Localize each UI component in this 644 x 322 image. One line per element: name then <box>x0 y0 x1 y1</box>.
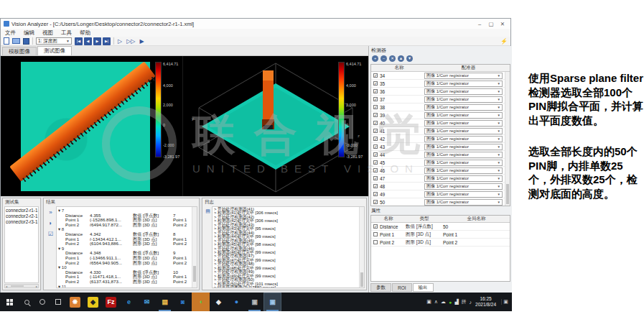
result-group[interactable]: ▾ 9 <box>58 246 192 251</box>
detector-checkbox[interactable]: ✓ <box>373 184 378 188</box>
detector-row[interactable]: ✓46图像 1/Corr registrator▼ <box>371 167 505 175</box>
registrator-dropdown[interactable]: 图像 1/Corr registrator▼ <box>424 167 503 174</box>
menu-item-文件[interactable]: 文件 <box>5 29 16 37</box>
last-image-button[interactable]: ▶| <box>103 37 111 45</box>
detector-row[interactable]: ✓37图像 1/Corr registrator▼ <box>371 96 505 104</box>
tray-expand-icon[interactable]: ∧ <box>434 299 438 305</box>
outlook-app[interactable]: ◙ <box>174 293 192 311</box>
wechat-app[interactable]: ◖ <box>192 293 210 311</box>
result-row[interactable]: Point 2(6104.943,886...图形 [3D 点]Point 2 <box>58 241 192 246</box>
log-scrollbar[interactable] <box>359 207 364 288</box>
registrator-dropdown[interactable]: 图像 1/Corr registrator▼ <box>424 152 503 158</box>
detector-row[interactable]: ✓43图像 1/Corr registrator▼ <box>371 143 505 151</box>
detector-checkbox[interactable]: ✓ <box>373 81 378 86</box>
detector-checkbox[interactable]: ✓ <box>373 89 378 93</box>
detector-checkbox[interactable]: ✓ <box>373 73 378 78</box>
result-row[interactable]: Point 1(-13466.911,1...图形 [3D 点]Point 1 <box>58 255 192 260</box>
menu-item-编辑[interactable]: 编辑 <box>24 29 34 37</box>
run-single-button[interactable]: ▷ <box>117 37 123 45</box>
tab-测试图像[interactable]: 测试图像 <box>37 46 72 55</box>
run-selected-button[interactable]: ▷▷ <box>126 37 136 45</box>
move-down-button[interactable]: ▼ <box>406 55 413 62</box>
first-image-button[interactable]: |◀ <box>75 37 83 45</box>
prev-image-button[interactable]: ◀ <box>84 37 92 45</box>
search-button[interactable] <box>19 293 34 311</box>
file-explorer-app[interactable]: ▤ <box>156 293 174 311</box>
detector-row[interactable]: ✓38图像 1/Corr registrator▼ <box>371 104 505 111</box>
remove-detector-button[interactable]: − <box>381 55 387 62</box>
detector-checkbox[interactable]: ✓ <box>373 137 378 141</box>
detector-row[interactable]: ✓44图像 1/Corr registrator▼ <box>371 151 505 159</box>
detector-checkbox[interactable]: ✓ <box>373 152 378 157</box>
accept-results-button[interactable]: ◗ <box>49 220 52 226</box>
start-button[interactable] <box>0 293 19 311</box>
registrator-dropdown[interactable]: 图像 1/Corr registrator▼ <box>424 120 503 126</box>
registrator-dropdown[interactable]: 图像 1/Corr registrator▼ <box>424 80 503 87</box>
scrollbar-thumb[interactable] <box>11 285 24 287</box>
close-button[interactable]: ✕ <box>498 21 508 27</box>
detector-checkbox[interactable]: ✓ <box>373 105 378 109</box>
remote-desktop-app[interactable]: ▣ <box>246 293 263 311</box>
test-set-item[interactable]: connector2-r3-1 <box>5 218 38 224</box>
run-test-button[interactable]: » <box>49 209 52 216</box>
open-file-icon[interactable] <box>12 38 20 44</box>
tab-模板图像[interactable]: 模板图像 <box>2 47 37 55</box>
detector-row[interactable]: ✓45图像 1/Corr registrator▼ <box>371 159 505 167</box>
menu-item-视图[interactable]: 视图 <box>42 29 53 37</box>
detector-row[interactable]: ✓49图像 1/Corr registrator▼ <box>371 190 505 198</box>
next-image-button[interactable]: ▶ <box>93 37 101 45</box>
detector-checkbox[interactable]: ✓ <box>373 168 378 172</box>
new-file-icon[interactable] <box>4 37 9 45</box>
test-set-item[interactable]: connector2-r1-1⚑ <box>5 207 38 213</box>
cortana-button[interactable] <box>34 293 50 311</box>
action-center-icon[interactable]: ▣ <box>501 299 510 305</box>
save-file-icon[interactable] <box>23 38 29 45</box>
detector-row[interactable]: ✓48图像 1/Corr registrator▼ <box>371 183 505 190</box>
property-checkbox[interactable] <box>373 232 378 236</box>
scrollbar-thumb[interactable] <box>506 184 509 204</box>
edge-browser-app[interactable]: e <box>120 293 138 311</box>
detector-row[interactable]: ✓47图像 1/Corr registrator▼ <box>371 175 505 183</box>
detector-checkbox[interactable]: ✓ <box>373 160 378 165</box>
perspective-viewport[interactable]: y z 6,414.714,0002,0000-2,000-3,281.97 <box>182 56 368 196</box>
scroll-right-arrow[interactable]: ▸ <box>36 285 37 288</box>
registrator-dropdown[interactable]: 图像 1/Corr registrator▼ <box>424 104 503 111</box>
minimize-button[interactable]: – <box>475 21 485 27</box>
menu-item-帮助[interactable]: 帮助 <box>80 29 90 37</box>
result-row[interactable]: Point 2(6564.940,905...图形 [3D 点]Point 2 <box>58 260 192 265</box>
browser-sphere-app[interactable]: ● <box>228 293 246 311</box>
registrator-dropdown[interactable]: 图像 1/Corr registrator▼ <box>424 96 503 103</box>
property-row[interactable]: Point 1图形 [3D 点]Point 1 <box>371 231 510 239</box>
filter-icon[interactable]: ⚡ <box>500 38 508 45</box>
detector-row[interactable]: ✓34图像 1/Corr registrator▼ <box>371 72 505 80</box>
registrator-dropdown[interactable]: 图像 1/Corr registrator▼ <box>424 191 503 198</box>
result-row[interactable]: Distance4.355数值 [浮点数]7 <box>58 213 192 218</box>
top-view-viewport[interactable]: 6,414.714,0002,0000-2,000-3,281.97 <box>1 56 182 196</box>
tab-输出[interactable]: 输出 <box>413 283 434 292</box>
check-results-button[interactable]: ☑ <box>48 231 53 237</box>
result-row[interactable]: Distance4.348数值 [浮点数]9 <box>58 250 192 255</box>
detector-checkbox[interactable]: ✓ <box>373 121 378 125</box>
scrollbar-thumb[interactable] <box>360 272 363 287</box>
ime-icon[interactable]: 拼 <box>462 298 467 305</box>
result-group[interactable]: ▾ 10 <box>58 264 192 270</box>
vision-analyzer-app[interactable]: ▣ <box>263 293 281 311</box>
qq-app[interactable]: ◆ <box>210 293 228 311</box>
scroll-left-arrow[interactable]: ◂ <box>6 285 7 288</box>
task-view-button[interactable] <box>50 293 66 311</box>
delete-detector-button[interactable]: ✕ <box>389 55 396 62</box>
registrator-dropdown[interactable]: 图像 1/Corr registrator▼ <box>424 112 503 119</box>
move-up-button[interactable]: ▲ <box>398 55 404 62</box>
detector-checkbox[interactable]: ✓ <box>373 113 378 117</box>
detector-row[interactable]: ✓41图像 1/Corr registrator▼ <box>371 127 505 135</box>
detector-row[interactable]: ✓35图像 1/Corr registrator▼ <box>371 80 505 88</box>
result-row[interactable]: Distance4.342数值 [浮点数]8 <box>58 231 192 236</box>
maximize-button[interactable]: ▢ <box>486 21 496 27</box>
tray-app-icon[interactable]: ▣ <box>426 299 431 305</box>
result-group[interactable]: ▾ 8 <box>58 226 192 231</box>
registrator-dropdown[interactable]: 图像 1/Corr registrator▼ <box>424 136 503 142</box>
result-row[interactable]: Point 2(6494.917,872...图形 [3D 点]Point 2 <box>58 222 192 227</box>
registrator-dropdown[interactable]: 图像 1/Corr registrator▼ <box>424 160 503 166</box>
property-checkbox[interactable]: ✓ <box>373 224 378 229</box>
property-row[interactable]: ✓Distance数值 [浮点数]50 <box>371 223 510 231</box>
